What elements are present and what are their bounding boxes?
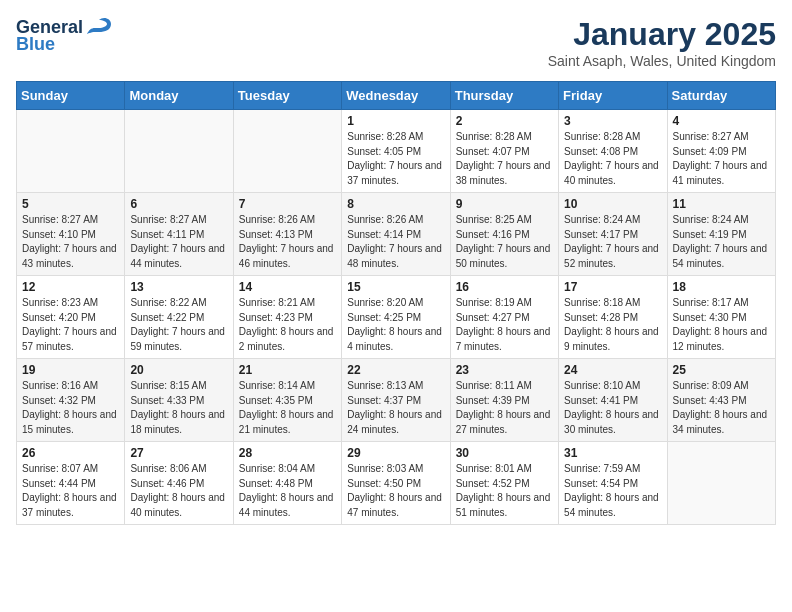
- day-number: 24: [564, 363, 661, 377]
- calendar-week-row: 12Sunrise: 8:23 AM Sunset: 4:20 PM Dayli…: [17, 276, 776, 359]
- day-info: Sunrise: 8:07 AM Sunset: 4:44 PM Dayligh…: [22, 462, 119, 520]
- calendar-cell: 24Sunrise: 8:10 AM Sunset: 4:41 PM Dayli…: [559, 359, 667, 442]
- day-number: 2: [456, 114, 553, 128]
- day-info: Sunrise: 8:26 AM Sunset: 4:14 PM Dayligh…: [347, 213, 444, 271]
- calendar-cell: 26Sunrise: 8:07 AM Sunset: 4:44 PM Dayli…: [17, 442, 125, 525]
- weekday-header-row: SundayMondayTuesdayWednesdayThursdayFrid…: [17, 82, 776, 110]
- day-info: Sunrise: 8:22 AM Sunset: 4:22 PM Dayligh…: [130, 296, 227, 354]
- calendar-week-row: 19Sunrise: 8:16 AM Sunset: 4:32 PM Dayli…: [17, 359, 776, 442]
- day-number: 28: [239, 446, 336, 460]
- day-number: 3: [564, 114, 661, 128]
- calendar-cell: 9Sunrise: 8:25 AM Sunset: 4:16 PM Daylig…: [450, 193, 558, 276]
- calendar-table: SundayMondayTuesdayWednesdayThursdayFrid…: [16, 81, 776, 525]
- calendar-cell: 11Sunrise: 8:24 AM Sunset: 4:19 PM Dayli…: [667, 193, 775, 276]
- day-info: Sunrise: 8:04 AM Sunset: 4:48 PM Dayligh…: [239, 462, 336, 520]
- day-number: 16: [456, 280, 553, 294]
- logo: General Blue: [16, 16, 113, 55]
- day-info: Sunrise: 8:24 AM Sunset: 4:17 PM Dayligh…: [564, 213, 661, 271]
- day-number: 31: [564, 446, 661, 460]
- day-info: Sunrise: 8:28 AM Sunset: 4:05 PM Dayligh…: [347, 130, 444, 188]
- month-title: January 2025: [548, 16, 776, 53]
- day-info: Sunrise: 8:15 AM Sunset: 4:33 PM Dayligh…: [130, 379, 227, 437]
- calendar-cell: [17, 110, 125, 193]
- calendar-cell: 27Sunrise: 8:06 AM Sunset: 4:46 PM Dayli…: [125, 442, 233, 525]
- calendar-cell: 6Sunrise: 8:27 AM Sunset: 4:11 PM Daylig…: [125, 193, 233, 276]
- day-info: Sunrise: 8:20 AM Sunset: 4:25 PM Dayligh…: [347, 296, 444, 354]
- day-info: Sunrise: 8:21 AM Sunset: 4:23 PM Dayligh…: [239, 296, 336, 354]
- day-number: 4: [673, 114, 770, 128]
- day-number: 14: [239, 280, 336, 294]
- calendar-cell: 28Sunrise: 8:04 AM Sunset: 4:48 PM Dayli…: [233, 442, 341, 525]
- day-number: 23: [456, 363, 553, 377]
- day-number: 5: [22, 197, 119, 211]
- day-info: Sunrise: 8:24 AM Sunset: 4:19 PM Dayligh…: [673, 213, 770, 271]
- day-info: Sunrise: 8:27 AM Sunset: 4:09 PM Dayligh…: [673, 130, 770, 188]
- day-info: Sunrise: 8:14 AM Sunset: 4:35 PM Dayligh…: [239, 379, 336, 437]
- day-info: Sunrise: 8:26 AM Sunset: 4:13 PM Dayligh…: [239, 213, 336, 271]
- calendar-cell: [233, 110, 341, 193]
- calendar-week-row: 5Sunrise: 8:27 AM Sunset: 4:10 PM Daylig…: [17, 193, 776, 276]
- location-text: Saint Asaph, Wales, United Kingdom: [548, 53, 776, 69]
- day-number: 27: [130, 446, 227, 460]
- calendar-cell: [667, 442, 775, 525]
- day-number: 1: [347, 114, 444, 128]
- weekday-header-sunday: Sunday: [17, 82, 125, 110]
- calendar-cell: [125, 110, 233, 193]
- day-number: 19: [22, 363, 119, 377]
- calendar-cell: 31Sunrise: 7:59 AM Sunset: 4:54 PM Dayli…: [559, 442, 667, 525]
- calendar-cell: 18Sunrise: 8:17 AM Sunset: 4:30 PM Dayli…: [667, 276, 775, 359]
- day-number: 13: [130, 280, 227, 294]
- calendar-cell: 23Sunrise: 8:11 AM Sunset: 4:39 PM Dayli…: [450, 359, 558, 442]
- calendar-cell: 12Sunrise: 8:23 AM Sunset: 4:20 PM Dayli…: [17, 276, 125, 359]
- calendar-cell: 3Sunrise: 8:28 AM Sunset: 4:08 PM Daylig…: [559, 110, 667, 193]
- calendar-cell: 25Sunrise: 8:09 AM Sunset: 4:43 PM Dayli…: [667, 359, 775, 442]
- day-info: Sunrise: 8:18 AM Sunset: 4:28 PM Dayligh…: [564, 296, 661, 354]
- day-number: 9: [456, 197, 553, 211]
- calendar-week-row: 1Sunrise: 8:28 AM Sunset: 4:05 PM Daylig…: [17, 110, 776, 193]
- day-info: Sunrise: 7:59 AM Sunset: 4:54 PM Dayligh…: [564, 462, 661, 520]
- day-number: 8: [347, 197, 444, 211]
- weekday-header-friday: Friday: [559, 82, 667, 110]
- calendar-cell: 29Sunrise: 8:03 AM Sunset: 4:50 PM Dayli…: [342, 442, 450, 525]
- calendar-cell: 15Sunrise: 8:20 AM Sunset: 4:25 PM Dayli…: [342, 276, 450, 359]
- logo-blue-text: Blue: [16, 34, 55, 55]
- day-number: 20: [130, 363, 227, 377]
- calendar-cell: 20Sunrise: 8:15 AM Sunset: 4:33 PM Dayli…: [125, 359, 233, 442]
- logo-bird-icon: [85, 16, 113, 38]
- weekday-header-thursday: Thursday: [450, 82, 558, 110]
- day-number: 7: [239, 197, 336, 211]
- day-number: 26: [22, 446, 119, 460]
- day-number: 11: [673, 197, 770, 211]
- day-info: Sunrise: 8:16 AM Sunset: 4:32 PM Dayligh…: [22, 379, 119, 437]
- day-info: Sunrise: 8:28 AM Sunset: 4:07 PM Dayligh…: [456, 130, 553, 188]
- day-info: Sunrise: 8:06 AM Sunset: 4:46 PM Dayligh…: [130, 462, 227, 520]
- calendar-cell: 10Sunrise: 8:24 AM Sunset: 4:17 PM Dayli…: [559, 193, 667, 276]
- calendar-week-row: 26Sunrise: 8:07 AM Sunset: 4:44 PM Dayli…: [17, 442, 776, 525]
- weekday-header-monday: Monday: [125, 82, 233, 110]
- page-header: General Blue January 2025 Saint Asaph, W…: [16, 16, 776, 69]
- calendar-cell: 7Sunrise: 8:26 AM Sunset: 4:13 PM Daylig…: [233, 193, 341, 276]
- calendar-cell: 22Sunrise: 8:13 AM Sunset: 4:37 PM Dayli…: [342, 359, 450, 442]
- calendar-cell: 13Sunrise: 8:22 AM Sunset: 4:22 PM Dayli…: [125, 276, 233, 359]
- day-number: 10: [564, 197, 661, 211]
- day-number: 22: [347, 363, 444, 377]
- day-info: Sunrise: 8:28 AM Sunset: 4:08 PM Dayligh…: [564, 130, 661, 188]
- weekday-header-saturday: Saturday: [667, 82, 775, 110]
- day-number: 30: [456, 446, 553, 460]
- day-info: Sunrise: 8:09 AM Sunset: 4:43 PM Dayligh…: [673, 379, 770, 437]
- calendar-cell: 16Sunrise: 8:19 AM Sunset: 4:27 PM Dayli…: [450, 276, 558, 359]
- calendar-cell: 4Sunrise: 8:27 AM Sunset: 4:09 PM Daylig…: [667, 110, 775, 193]
- day-info: Sunrise: 8:19 AM Sunset: 4:27 PM Dayligh…: [456, 296, 553, 354]
- day-number: 6: [130, 197, 227, 211]
- day-info: Sunrise: 8:10 AM Sunset: 4:41 PM Dayligh…: [564, 379, 661, 437]
- weekday-header-wednesday: Wednesday: [342, 82, 450, 110]
- calendar-cell: 19Sunrise: 8:16 AM Sunset: 4:32 PM Dayli…: [17, 359, 125, 442]
- day-number: 17: [564, 280, 661, 294]
- calendar-cell: 5Sunrise: 8:27 AM Sunset: 4:10 PM Daylig…: [17, 193, 125, 276]
- day-info: Sunrise: 8:25 AM Sunset: 4:16 PM Dayligh…: [456, 213, 553, 271]
- day-info: Sunrise: 8:27 AM Sunset: 4:10 PM Dayligh…: [22, 213, 119, 271]
- day-number: 12: [22, 280, 119, 294]
- day-info: Sunrise: 8:03 AM Sunset: 4:50 PM Dayligh…: [347, 462, 444, 520]
- day-info: Sunrise: 8:11 AM Sunset: 4:39 PM Dayligh…: [456, 379, 553, 437]
- weekday-header-tuesday: Tuesday: [233, 82, 341, 110]
